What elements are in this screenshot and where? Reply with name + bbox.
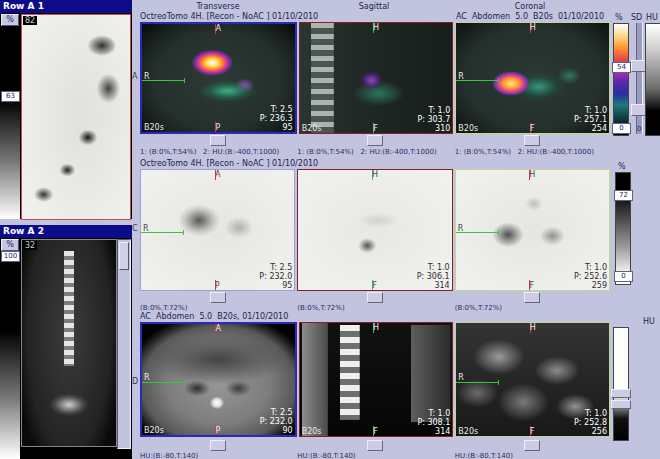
series-label-ct-2: AC Abdomen 5.0 B20s, 01/10/2010 [140, 312, 288, 321]
orientation-marker-head: H [373, 23, 379, 32]
orientation-marker-feet: F [373, 124, 378, 133]
splitter-handle[interactable] [524, 292, 540, 303]
slice-info: T: 1.0P: 252.6259 [574, 263, 607, 290]
hu-lower-handle[interactable] [611, 400, 631, 409]
splitter-handle[interactable] [367, 135, 383, 146]
ct-gray-bar-bottom[interactable] [613, 327, 629, 441]
fused-transverse-panel[interactable]: A P R B20s T: 2.5P: 236.395 [140, 22, 297, 134]
slice-info: T: 1.0P: 257.1254 [574, 106, 607, 133]
ct-mip-thumbnail[interactable]: 32 [21, 239, 117, 447]
planar-nm-thumbnail[interactable]: 82 [21, 14, 131, 220]
kernel-label: B20s [458, 124, 478, 133]
nm-row: A P R T: 2.5P: 232.095 H F T: 1.0P: 306.… [140, 169, 610, 291]
column-title-sagittal: Sagittal [296, 2, 452, 11]
series-label-ct: AC Abdomen 5.0 B20s 01/10/2010 [452, 12, 608, 21]
splitter-handle[interactable] [367, 292, 383, 303]
orientation-marker-posterior: P [215, 123, 220, 132]
row-a2-panel: % 100 32 [0, 238, 132, 459]
slice-info: T: 2.5P: 236.395 [260, 105, 293, 132]
percent-button[interactable]: % [1, 14, 19, 26]
nm-percent-label: % [618, 162, 626, 171]
nm-gray-bar[interactable] [615, 172, 631, 285]
threshold-value[interactable]: 100 [1, 251, 20, 262]
ct-row: A P R B20s T: 2.5P: 232.090 H F B20s T: … [140, 322, 610, 437]
hu-upper-handle[interactable] [611, 389, 631, 398]
coronal-refline[interactable] [141, 232, 184, 233]
slider-zero-label: 0 [637, 125, 641, 133]
scrollbar-thumb[interactable] [119, 242, 129, 270]
row-letter-a: A [132, 72, 137, 81]
nm-coronal-panel[interactable]: H F R T: 1.0P: 252.6259 [455, 169, 610, 291]
splitter-handle[interactable] [524, 440, 540, 451]
frame-scrollbar[interactable] [117, 239, 131, 449]
splitter-row-c: (B:0%,T:72%) (B:0%,T:72%) (B:0%,T:72%) [140, 292, 610, 312]
orientation-marker-feet: F [530, 427, 535, 436]
transverse-refline[interactable] [456, 382, 499, 383]
splitter-handle[interactable] [367, 440, 383, 451]
splitter-handle[interactable] [210, 440, 226, 451]
nm-sagittal-panel[interactable]: H F T: 1.0P: 306.1314 [297, 169, 452, 291]
transverse-refline[interactable] [456, 232, 499, 233]
orientation-marker-head: H [530, 323, 536, 332]
column-title-transverse: Transverse [140, 2, 296, 11]
ct-coronal-panel[interactable]: H F R B20s T: 1.0P: 252.8256 [455, 322, 610, 437]
row-letter-c: C [132, 224, 138, 233]
kernel-label: B20s [302, 427, 322, 436]
orientation-marker-head: H [529, 170, 535, 179]
orientation-marker-head: H [530, 23, 536, 32]
orientation-marker-feet: F [530, 124, 535, 133]
ct-gray-bar-top[interactable] [645, 23, 660, 136]
fused-sagittal-panel[interactable]: H F B20s T: 1.0P: 303.7310 [299, 22, 454, 134]
splitter-handle[interactable] [210, 135, 226, 146]
row-a1-grayscale-strip[interactable]: % 63 [0, 13, 20, 219]
window-status: (B:0%,T:72%) [297, 304, 452, 312]
fused-row: A P R B20s T: 2.5P: 236.395 H F B20s T: … [140, 22, 610, 134]
threshold-value[interactable]: 63 [1, 91, 20, 102]
colormap-upper-threshold[interactable]: 54 [612, 62, 631, 73]
kernel-label: B20s [144, 123, 164, 132]
frame-number-badge: 82 [23, 16, 37, 25]
colormap-lower-threshold[interactable]: 0 [612, 123, 631, 134]
orientation-marker-head: H [373, 323, 379, 332]
orientation-marker-posterior: P [215, 281, 220, 290]
ct-sagittal-panel[interactable]: H F B20s T: 1.0P: 308.1314 [299, 322, 454, 437]
ct-hu-label: HU [643, 317, 655, 326]
threshold-slider-track[interactable] [636, 23, 643, 134]
splitter-handle[interactable] [210, 292, 226, 303]
orientation-marker-right: R [144, 373, 150, 382]
splitter-handle[interactable] [524, 135, 540, 146]
row-a2-title: Row A 2 [3, 226, 44, 236]
splitter-row-a: 1: (B:0%,T:54%) 2: HU:(B:-400,T:1000) 1:… [140, 135, 610, 156]
nm-lower-threshold[interactable]: 0 [614, 271, 633, 282]
nm-transverse-panel[interactable]: A P R T: 2.5P: 232.095 [140, 169, 295, 291]
series-label-nm-2: OctreoTomo 4H. [Recon - NoAC ] 01/10/201… [140, 159, 318, 168]
series-label-nm: OctreoTomo 4H. [Recon - NoAC ] 01/10/201… [140, 12, 318, 21]
coronal-refline[interactable] [142, 382, 185, 383]
window-status: 1: (B:0%,T:54%) 2: HU:(B:-400,T:1000) [297, 148, 452, 156]
row-a1-titlebar: Row A 1 [0, 0, 132, 13]
row-a1-title: Row A 1 [3, 1, 44, 11]
nm-upper-threshold[interactable]: 72 [614, 190, 633, 201]
frame-number-badge: 32 [23, 241, 37, 250]
hu-scale-label: HU [646, 13, 658, 22]
orientation-marker-right: R [458, 373, 464, 382]
fused-coronal-panel[interactable]: H F R B20s T: 1.0P: 257.1254 [455, 22, 610, 134]
kernel-label: B20s [458, 427, 478, 436]
column-title-coronal: Coronal [452, 2, 608, 11]
orientation-marker-feet: F [372, 281, 377, 290]
window-status: HU:(B:-80,T:140) [297, 452, 452, 459]
ct-transverse-panel[interactable]: A P R B20s T: 2.5P: 232.090 [140, 322, 297, 437]
orientation-marker-right: R [143, 223, 149, 232]
percent-scale-label: % [615, 13, 623, 22]
orientation-marker-feet: F [373, 427, 378, 436]
slice-info: T: 2.5P: 232.090 [260, 408, 293, 435]
kernel-label: B20s [302, 124, 322, 133]
transverse-refline[interactable] [456, 80, 499, 81]
orientation-marker-head: H [372, 170, 378, 179]
nm-colormap-bar[interactable] [613, 23, 629, 136]
orientation-marker-feet: F [530, 281, 535, 290]
row-a2-grayscale-strip[interactable]: % 100 [0, 238, 20, 459]
percent-button[interactable]: % [1, 239, 19, 251]
slice-info: T: 2.5P: 232.095 [259, 263, 292, 290]
slice-info: T: 1.0P: 252.8256 [574, 409, 607, 436]
